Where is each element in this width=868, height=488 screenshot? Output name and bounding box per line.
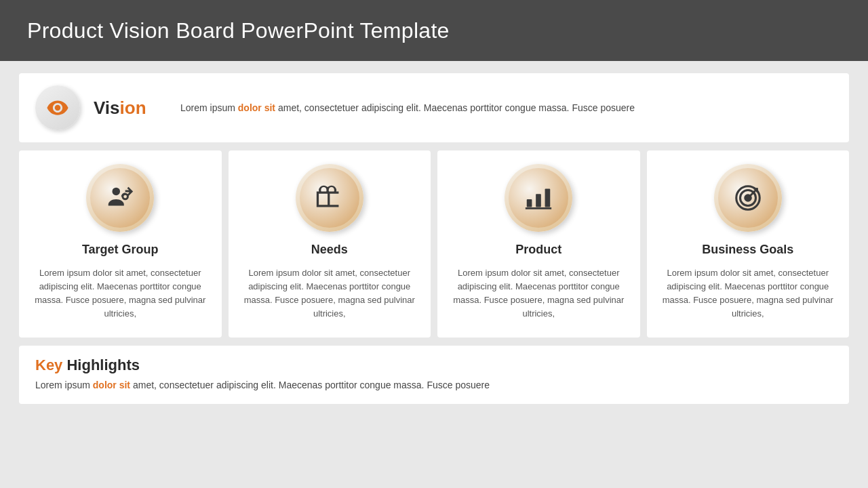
highlights-text-before: Lorem ipsum	[35, 380, 93, 390]
card-target-group: Target Group Lorem ipsum dolor sit amet,…	[19, 150, 222, 338]
needs-icon	[314, 182, 345, 214]
highlights-title: Key Highlights	[35, 357, 833, 374]
card-product: Product Lorem ipsum dolor sit amet, cons…	[437, 150, 640, 338]
card-business-goals-title: Business Goals	[702, 243, 793, 257]
card-business-goals: Business Goals Lorem ipsum dolor sit ame…	[647, 150, 850, 338]
card-product-text: Lorem ipsum dolor sit amet, consectetuer…	[450, 266, 628, 321]
vision-label: Vision	[94, 98, 161, 119]
page-title: Product Vision Board PowerPoint Template	[27, 18, 450, 43]
business-goals-icon	[732, 182, 764, 214]
product-icon	[523, 182, 554, 214]
eye-icon	[46, 96, 69, 119]
highlights-title-orange: Key	[35, 357, 62, 373]
vision-label-highlight: ion	[120, 98, 146, 118]
vision-label-plain: Vis	[94, 98, 120, 118]
highlights-text-orange: dolor sit	[93, 380, 130, 390]
vision-text-before: Lorem ipsum	[180, 102, 238, 113]
svg-rect-3	[536, 194, 541, 207]
main-content: Vision Lorem ipsum dolor sit amet, conse…	[0, 61, 868, 413]
highlights-title-plain: Highlights	[62, 357, 140, 373]
svg-rect-4	[545, 189, 551, 207]
business-goals-icon-wrap	[714, 164, 782, 232]
card-business-goals-text: Lorem ipsum dolor sit amet, consectetuer…	[659, 266, 837, 321]
vision-icon-wrap	[35, 85, 80, 130]
vision-section: Vision Lorem ipsum dolor sit amet, conse…	[19, 73, 849, 142]
highlights-text-after: amet, consectetuer adipiscing elit. Maec…	[130, 380, 490, 390]
card-needs-title: Needs	[311, 243, 348, 257]
vision-text: Lorem ipsum dolor sit amet, consectetuer…	[180, 101, 833, 115]
target-group-icon	[104, 182, 136, 214]
target-group-icon-wrap	[86, 164, 154, 232]
highlights-section: Key Highlights Lorem ipsum dolor sit ame…	[19, 346, 849, 404]
card-target-group-title: Target Group	[82, 243, 159, 257]
svg-rect-2	[527, 199, 532, 207]
vision-text-orange: dolor sit	[238, 102, 275, 113]
card-product-title: Product	[515, 243, 561, 257]
svg-point-1	[123, 194, 128, 199]
card-target-group-text: Lorem ipsum dolor sit amet, consectetuer…	[31, 266, 210, 321]
vision-text-after: amet, consectetuer adipiscing elit. Maec…	[275, 102, 635, 113]
highlights-text: Lorem ipsum dolor sit amet, consectetuer…	[35, 380, 833, 390]
card-needs-text: Lorem ipsum dolor sit amet, consectetuer…	[241, 266, 419, 321]
product-icon-wrap	[505, 164, 572, 232]
card-needs: Needs Lorem ipsum dolor sit amet, consec…	[229, 150, 431, 338]
header: Product Vision Board PowerPoint Template	[0, 0, 868, 61]
cards-row: Target Group Lorem ipsum dolor sit amet,…	[19, 150, 849, 338]
svg-point-0	[113, 188, 121, 196]
needs-icon-wrap	[296, 164, 363, 232]
